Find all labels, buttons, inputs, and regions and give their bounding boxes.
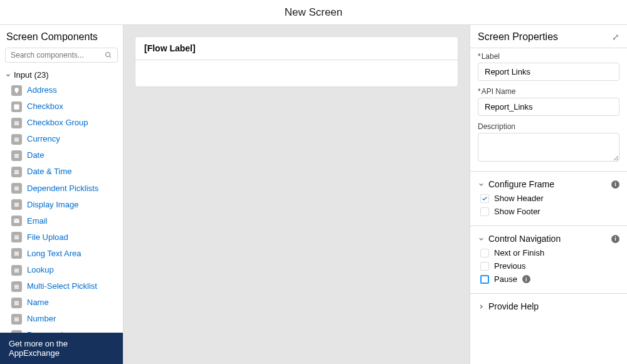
component-item[interactable]: Dependent Picklists	[0, 180, 123, 197]
component-item[interactable]: Long Text Area	[0, 246, 123, 262]
component-item[interactable]: Display Image	[0, 197, 123, 213]
show-footer-label: Show Footer	[494, 207, 540, 216]
label-input[interactable]	[478, 63, 619, 81]
section-configure-frame[interactable]: Configure Frame i	[478, 177, 619, 192]
previous-label: Previous	[494, 261, 526, 271]
component-item[interactable]: File Upload	[0, 229, 123, 246]
show-footer-checkbox[interactable]	[480, 207, 489, 216]
svg-rect-36	[14, 303, 19, 303]
svg-rect-21	[14, 206, 19, 207]
component-item[interactable]: Password	[0, 327, 123, 333]
svg-rect-30	[14, 270, 19, 271]
previous-checkbox[interactable]	[480, 262, 489, 271]
category-input[interactable]: Input (23)	[0, 68, 123, 82]
appexchange-button[interactable]: Get more on the AppExchange	[0, 333, 123, 364]
category-label: Input (23)	[14, 70, 49, 80]
description-input[interactable]	[478, 133, 619, 162]
info-icon[interactable]: i	[611, 235, 619, 243]
component-item[interactable]: Date	[0, 147, 123, 164]
svg-rect-10	[14, 154, 19, 155]
search-components[interactable]	[5, 48, 118, 63]
svg-rect-14	[14, 172, 19, 172]
component-item[interactable]: Lookup	[0, 262, 123, 278]
canvas-body[interactable]	[135, 60, 458, 86]
canvas-area: [Flow Label]	[124, 25, 470, 364]
component-icon	[11, 183, 22, 194]
svg-rect-16	[14, 187, 19, 187]
component-item[interactable]: Date & Time	[0, 164, 123, 180]
api-name-input[interactable]	[478, 98, 619, 116]
component-item[interactable]: Currency	[0, 131, 123, 147]
svg-line-1	[110, 56, 112, 58]
component-item[interactable]: Address	[0, 82, 123, 98]
svg-rect-28	[14, 255, 19, 256]
component-icon	[11, 314, 22, 325]
modal-title: New Screen	[285, 6, 343, 19]
screen-canvas[interactable]: [Flow Label]	[135, 36, 458, 87]
component-icon	[11, 167, 22, 177]
svg-rect-8	[14, 139, 19, 140]
svg-rect-23	[14, 236, 19, 236]
svg-rect-5	[14, 123, 19, 123]
control-navigation-title: Control Navigation	[488, 234, 561, 244]
component-label: Address	[27, 83, 57, 97]
component-label: Email	[27, 214, 48, 228]
svg-rect-40	[14, 320, 19, 321]
component-item[interactable]: Checkbox	[0, 98, 123, 115]
svg-rect-27	[14, 254, 19, 254]
svg-rect-25	[14, 239, 19, 239]
next-finish-checkbox[interactable]	[480, 249, 489, 257]
svg-rect-34	[14, 288, 19, 288]
component-label: Name	[27, 296, 49, 309]
svg-rect-4	[14, 121, 19, 122]
component-label: Dependent Picklists	[27, 182, 98, 195]
component-item[interactable]: Number	[0, 311, 123, 327]
component-icon	[11, 298, 22, 308]
component-item[interactable]: Email	[0, 213, 123, 229]
api-name-label: API Name	[478, 87, 619, 96]
svg-rect-20	[14, 204, 19, 205]
chevron-down-icon	[478, 236, 485, 242]
next-finish-label: Next or Finish	[494, 248, 544, 257]
component-label: Currency	[27, 132, 60, 146]
component-label: Long Text Area	[27, 247, 82, 261]
svg-rect-26	[14, 252, 19, 252]
component-icon	[11, 101, 22, 112]
component-item[interactable]: Name	[0, 294, 123, 311]
svg-rect-37	[14, 304, 19, 304]
svg-rect-6	[14, 124, 19, 125]
component-list: AddressCheckboxCheckbox GroupCurrencyDat…	[0, 82, 123, 333]
section-provide-help[interactable]: Provide Help	[478, 299, 619, 314]
info-icon[interactable]: i	[611, 180, 619, 189]
svg-point-0	[106, 53, 110, 57]
info-icon[interactable]: i	[522, 275, 530, 283]
component-label: Date & Time	[27, 165, 72, 179]
svg-rect-12	[14, 157, 19, 157]
configure-frame-title: Configure Frame	[488, 179, 554, 189]
component-item[interactable]: Checkbox Group	[0, 115, 123, 131]
component-label: Lookup	[27, 263, 54, 277]
svg-rect-15	[14, 173, 19, 174]
component-label: Checkbox	[27, 100, 63, 113]
search-input[interactable]	[11, 51, 105, 60]
component-label: Password	[27, 328, 63, 333]
description-label: Description	[478, 122, 619, 131]
component-item[interactable]: Multi-Select Picklist	[0, 278, 123, 294]
show-header-label: Show Header	[494, 194, 544, 203]
section-control-navigation[interactable]: Control Navigation i	[478, 231, 619, 246]
component-icon	[11, 150, 22, 161]
provide-help-title: Provide Help	[488, 301, 539, 311]
svg-rect-35	[14, 301, 19, 302]
svg-rect-29	[14, 268, 19, 269]
component-label: Checkbox Group	[27, 116, 88, 130]
expand-icon[interactable]: ⤢	[612, 32, 619, 42]
pause-checkbox[interactable]	[480, 275, 489, 284]
show-header-checkbox[interactable]	[480, 194, 489, 203]
svg-rect-13	[14, 170, 19, 171]
svg-rect-11	[14, 155, 19, 156]
svg-rect-19	[14, 203, 19, 204]
label-field-label: Label	[478, 52, 619, 61]
search-icon	[105, 51, 112, 60]
pause-label: Pause	[494, 274, 517, 284]
svg-rect-32	[14, 284, 19, 285]
